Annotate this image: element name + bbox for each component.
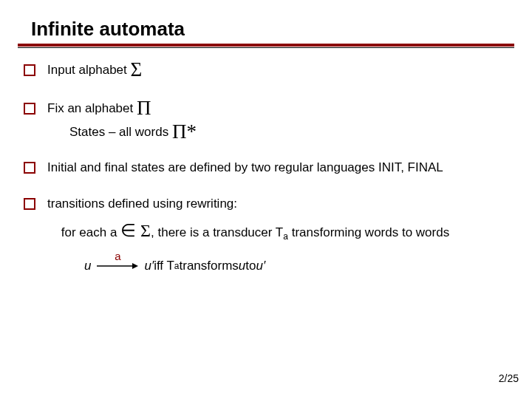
bullet-3: Initial and final states are defined by … (24, 159, 522, 177)
b4-sub-post2: transforming words to words (288, 225, 449, 239)
bullet-2-text: Fix an alphabet (47, 101, 137, 115)
svg-marker-1 (132, 263, 138, 269)
page-number: 2/25 (499, 372, 519, 384)
bullet-box-icon (24, 162, 35, 174)
slide-title: Infinite automata (31, 18, 522, 41)
bullet-3-text: Initial and final states are defined by … (47, 159, 522, 177)
subscript-a: a (174, 261, 180, 271)
labeled-arrow: a (97, 262, 138, 270)
bullet-1: Input alphabet Σ (24, 61, 522, 79)
bullet-4-text: transitions defined using rewriting: (47, 195, 522, 213)
bullet-box-icon (24, 198, 35, 210)
var-u-prime: u′ (256, 259, 265, 273)
bullet-4-sub: for each a ∈ Σ, there is a transducer Ta… (58, 219, 522, 244)
var-u: u (84, 259, 91, 273)
bullet-2-sub-text: States – all words (69, 125, 172, 139)
sigma-symbol: Σ (130, 58, 142, 81)
sigma-symbol: Σ (136, 221, 151, 240)
pi-symbol: Π (137, 97, 151, 119)
arrow-to: to (245, 259, 256, 273)
bullet-box-icon (24, 64, 35, 76)
bullet-2: Fix an alphabet Π (24, 100, 522, 117)
arrow-icon (97, 262, 138, 270)
bullet-box-icon (24, 103, 35, 115)
slide: Infinite automata Input alphabet Σ Fix a… (0, 0, 532, 399)
arrow-mid: iff T (154, 259, 174, 273)
bullet-4: transitions defined using rewriting: (24, 195, 522, 213)
bullet-1-text: Input alphabet (47, 63, 130, 77)
b4-sub-post1: , there is a transducer T (151, 225, 283, 239)
bullet-2-sub: States – all words Π* (69, 125, 522, 140)
arrow-tail1: transforms (180, 259, 239, 273)
transition-line: u a u′ iff Ta transforms u to u′ (84, 259, 522, 273)
element-of-symbol: ∈ (120, 221, 136, 240)
subscript-a: a (283, 232, 288, 242)
var-u-prime: u′ (144, 259, 154, 273)
slide-body: Input alphabet Σ Fix an alphabet Π State… (10, 61, 522, 273)
var-u: u (239, 259, 245, 273)
title-underline (18, 44, 514, 48)
arrow-label-a: a (115, 250, 120, 262)
b4-sub-pre: for each a (61, 225, 120, 239)
pi-star-symbol: Π* (172, 120, 197, 143)
